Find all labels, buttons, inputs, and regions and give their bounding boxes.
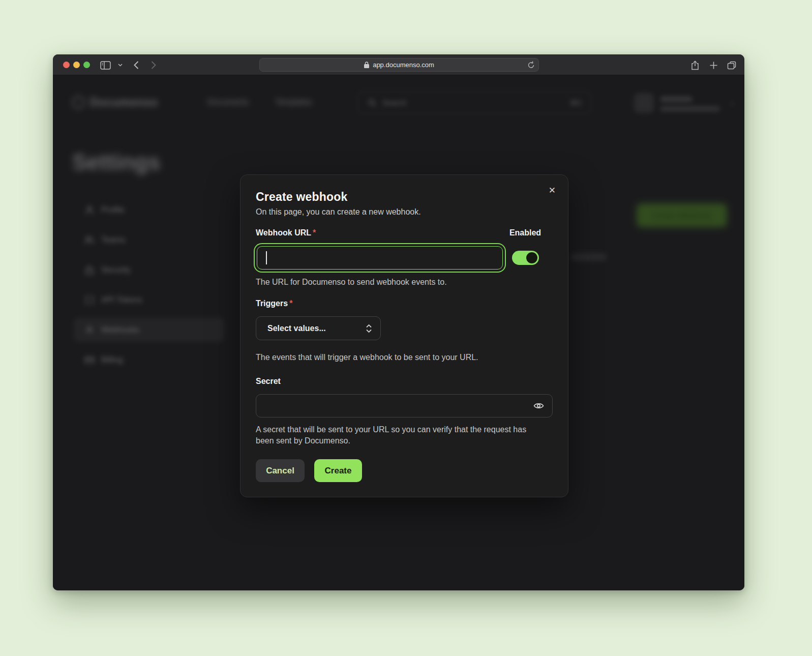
secret-input[interactable]: [256, 394, 553, 418]
eye-icon[interactable]: [533, 401, 544, 413]
back-button[interactable]: [130, 58, 143, 72]
required-asterisk: *: [313, 228, 316, 237]
secret-label: Secret: [256, 377, 281, 386]
minimize-window-button[interactable]: [73, 62, 80, 68]
webhook-url-input[interactable]: [257, 246, 503, 270]
triggers-helper: The events that will trigger a webhook t…: [256, 352, 553, 363]
enabled-toggle[interactable]: [512, 251, 539, 265]
text-caret: [266, 251, 267, 264]
reload-icon[interactable]: [528, 61, 534, 70]
webhook-url-label: Webhook URL*: [256, 228, 316, 237]
forward-button[interactable]: [147, 58, 160, 72]
triggers-label: Triggers*: [256, 299, 292, 308]
share-icon[interactable]: [688, 58, 702, 72]
required-asterisk: *: [289, 299, 292, 308]
secret-helper: A secret that will be sent to your URL s…: [256, 424, 533, 446]
dialog-title: Create webhook: [256, 190, 553, 204]
tab-overview-icon[interactable]: [725, 58, 738, 72]
cancel-button[interactable]: Cancel: [256, 459, 305, 482]
create-button[interactable]: Create: [314, 459, 362, 482]
toggle-knob: [526, 252, 537, 263]
close-window-button[interactable]: [63, 62, 70, 68]
triggers-select-value: Select values...: [267, 324, 326, 333]
enabled-label: Enabled: [503, 228, 548, 237]
dialog-description: On this page, you can create a new webho…: [256, 207, 553, 217]
create-webhook-dialog: ✕ Create webhook On this page, you can c…: [240, 174, 568, 497]
browser-window: app.documenso.com: [53, 54, 744, 590]
sidebar-toggle-icon[interactable]: [99, 58, 112, 72]
page-viewport: Documenso Documents Templates Search ⌘K …: [53, 75, 744, 590]
triggers-select[interactable]: Select values...: [256, 316, 381, 340]
url-text: app.documenso.com: [373, 61, 434, 69]
url-bar[interactable]: app.documenso.com: [259, 58, 539, 72]
sidebar-chevron-icon[interactable]: [113, 58, 127, 72]
lock-icon: [364, 62, 369, 68]
webhook-url-helper: The URL for Documenso to send webhook ev…: [256, 277, 553, 288]
zoom-window-button[interactable]: [83, 62, 90, 68]
close-icon[interactable]: ✕: [549, 185, 556, 196]
chevron-up-down-icon: [366, 324, 372, 333]
new-tab-icon[interactable]: [707, 58, 720, 72]
browser-toolbar: app.documenso.com: [53, 54, 744, 75]
